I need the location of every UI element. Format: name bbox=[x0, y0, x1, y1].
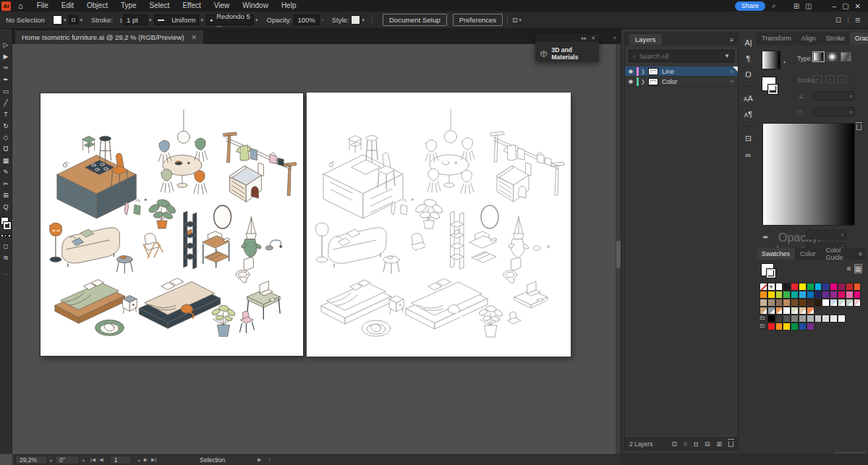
rotation-dropdown-icon[interactable]: ▾ bbox=[82, 458, 85, 463]
swatch[interactable] bbox=[822, 291, 830, 299]
swatch[interactable] bbox=[838, 315, 846, 323]
visibility-eye-icon[interactable]: ◉ bbox=[625, 78, 637, 85]
gradient-chip-dropdown-icon[interactable]: ▾ bbox=[783, 59, 786, 64]
gradient-tool[interactable]: ▦ bbox=[1, 155, 12, 166]
new-layer-icon[interactable]: ⊞ bbox=[716, 440, 722, 448]
style-chip[interactable] bbox=[351, 15, 360, 25]
character-styles-panel-icon[interactable]: ᴀA bbox=[744, 94, 753, 103]
panel-collapse-icon[interactable]: ▸▸ bbox=[582, 35, 587, 41]
collect-for-export-icon[interactable]: ⊡ bbox=[671, 440, 677, 448]
pen-tool[interactable]: ✒ bbox=[1, 74, 12, 85]
fill-color-chip[interactable] bbox=[53, 15, 62, 25]
layer-row-line[interactable]: ◉❯Line○ bbox=[625, 67, 738, 77]
minimize-button[interactable]: – bbox=[830, 2, 840, 10]
arrange-icon[interactable]: ⊡ bbox=[835, 16, 841, 24]
swatch[interactable] bbox=[822, 299, 830, 307]
swatch[interactable] bbox=[854, 299, 861, 307]
swatch[interactable] bbox=[791, 323, 799, 330]
stroke-weight-value[interactable]: 1 pt bbox=[123, 14, 148, 25]
stroke-dropdown-icon[interactable]: ▾ bbox=[80, 17, 82, 23]
swatch[interactable] bbox=[830, 283, 838, 291]
filter-icon[interactable]: ▼ bbox=[724, 53, 730, 59]
visibility-eye-icon[interactable]: ◉ bbox=[625, 68, 637, 74]
swatch[interactable] bbox=[775, 323, 783, 330]
home-icon[interactable]: ⌂ bbox=[18, 1, 23, 10]
curvature-tool[interactable]: ✑ bbox=[1, 62, 12, 73]
stroke-weight-dropdown-icon[interactable]: ▾ bbox=[149, 17, 152, 23]
fill-dropdown-icon[interactable]: ▾ bbox=[64, 17, 67, 23]
swatch[interactable] bbox=[791, 283, 799, 291]
illustrator-logo[interactable]: Ai bbox=[1, 1, 11, 11]
style-dropdown-icon[interactable]: ▾ bbox=[362, 17, 365, 23]
opentype-panel-icon[interactable]: O bbox=[745, 70, 752, 79]
swatch[interactable] bbox=[799, 315, 807, 323]
status-play-icon[interactable]: ▶ bbox=[258, 457, 261, 463]
swatch[interactable] bbox=[791, 315, 799, 323]
rectangle-tool[interactable]: ▭ bbox=[1, 85, 12, 96]
status-expand-icon[interactable]: ‹ bbox=[269, 457, 271, 463]
swatch[interactable] bbox=[775, 291, 783, 299]
tabstrip-overflow-icon[interactable]: » bbox=[613, 35, 621, 44]
close-button[interactable]: ✕ bbox=[852, 2, 864, 10]
width-profile-dropdown-icon[interactable]: ▾ bbox=[200, 17, 203, 23]
edit-toolbar-icon[interactable]: … bbox=[3, 270, 9, 276]
document-layout-icon[interactable]: ◫ bbox=[805, 2, 812, 10]
locate-object-icon[interactable]: ○ bbox=[684, 440, 687, 448]
swatch[interactable] bbox=[791, 291, 799, 299]
gradient-mode-icon[interactable] bbox=[4, 234, 7, 237]
swatch[interactable] bbox=[846, 291, 854, 299]
character-panel-icon[interactable]: A| bbox=[744, 38, 752, 47]
swatch[interactable] bbox=[799, 283, 807, 291]
document-setup-button[interactable]: Document Setup bbox=[383, 14, 447, 26]
tab-color[interactable]: Color bbox=[795, 248, 821, 260]
swatch[interactable] bbox=[783, 315, 791, 323]
menu-view[interactable]: View bbox=[208, 0, 237, 12]
fill-stroke-control[interactable] bbox=[1, 217, 12, 231]
workspace-icon[interactable]: ⫶ bbox=[847, 16, 849, 25]
swatch[interactable] bbox=[799, 299, 807, 307]
eyedropper-icon[interactable]: ✒ bbox=[762, 233, 769, 242]
layer-thumbnail[interactable] bbox=[648, 68, 658, 75]
selection-tool[interactable]: ▷ bbox=[1, 39, 12, 50]
list-view-icon[interactable]: ≡ bbox=[847, 265, 851, 273]
paintbrush-tool[interactable]: ╱ bbox=[1, 97, 12, 108]
target-circle-icon[interactable]: ○ bbox=[730, 68, 733, 74]
swatch[interactable] bbox=[791, 307, 799, 315]
swatch[interactable] bbox=[830, 291, 838, 299]
swatch[interactable] bbox=[783, 307, 791, 315]
width-tool[interactable]: ℧ bbox=[1, 143, 12, 154]
swatch[interactable] bbox=[783, 299, 791, 307]
layers-menu-icon[interactable]: ≡ bbox=[730, 36, 733, 43]
brush-select[interactable]: ●Redondo 5 ... bbox=[206, 14, 254, 25]
layer-row-color[interactable]: ◉❯Color○ bbox=[625, 77, 738, 87]
pencil-tool[interactable]: ✎ bbox=[1, 166, 12, 177]
swatch[interactable] bbox=[838, 283, 846, 291]
swatch[interactable] bbox=[807, 323, 814, 330]
direct-selection-tool[interactable]: ▶ bbox=[1, 51, 12, 61]
swatch[interactable] bbox=[822, 283, 830, 291]
arrange-documents-icon[interactable]: ⊞ bbox=[793, 2, 799, 10]
gradient-preview-chip[interactable] bbox=[762, 51, 780, 69]
menu-file[interactable]: File bbox=[30, 0, 55, 12]
swatch-registration[interactable]: ✛ bbox=[767, 283, 775, 291]
delete-layer-icon[interactable] bbox=[728, 441, 733, 447]
menu-window[interactable]: Window bbox=[236, 0, 275, 12]
artboard-number-select[interactable]: 1 bbox=[110, 456, 132, 464]
menu-edit[interactable]: Edit bbox=[55, 0, 80, 12]
swatch[interactable] bbox=[783, 291, 791, 299]
swatch[interactable] bbox=[775, 283, 783, 291]
brush-dropdown-icon[interactable]: ▾ bbox=[255, 17, 258, 23]
stroke-color-chip[interactable] bbox=[69, 15, 78, 25]
layer-name[interactable]: Color bbox=[662, 78, 678, 85]
linear-gradient-button[interactable] bbox=[813, 52, 824, 61]
swatch[interactable] bbox=[791, 299, 799, 307]
color-group-folder-icon[interactable]: 🗀 bbox=[760, 323, 767, 330]
swatch[interactable] bbox=[760, 299, 767, 307]
zoom-tool[interactable]: Q bbox=[1, 201, 12, 212]
menu-type[interactable]: Type bbox=[114, 0, 143, 12]
links-panel-icon[interactable]: ∞ bbox=[746, 150, 752, 159]
swatch[interactable] bbox=[767, 307, 775, 315]
swatch[interactable] bbox=[814, 283, 822, 291]
isolate-icon[interactable]: ⊡ bbox=[512, 17, 518, 24]
swatch[interactable] bbox=[775, 315, 783, 323]
